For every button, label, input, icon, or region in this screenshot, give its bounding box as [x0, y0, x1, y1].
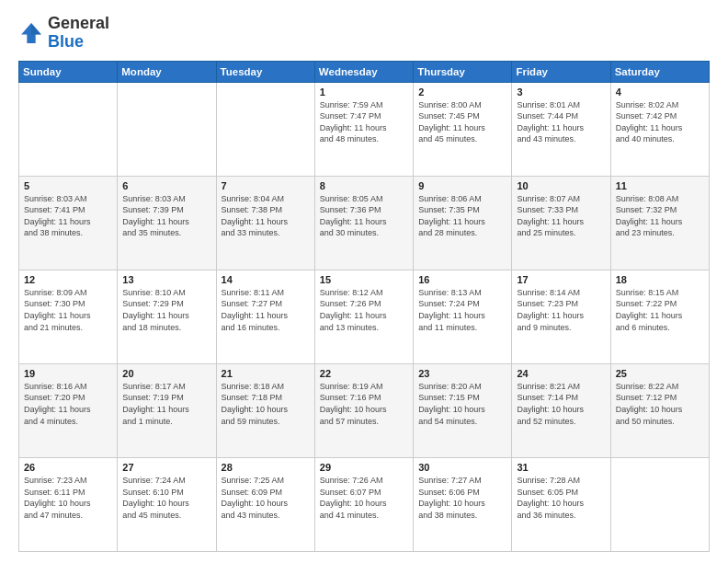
day-number: 29: [320, 462, 408, 473]
day-info: Sunrise: 8:04 AM Sunset: 7:38 PM Dayligh…: [222, 193, 310, 239]
day-number: 2: [418, 86, 506, 98]
day-number: 26: [24, 462, 112, 473]
calendar-cell: 5Sunrise: 8:03 AM Sunset: 7:41 PM Daylig…: [19, 176, 118, 270]
weekday-header-row: SundayMondayTuesdayWednesdayThursdayFrid…: [19, 61, 710, 82]
calendar-cell: 8Sunrise: 8:05 AM Sunset: 7:36 PM Daylig…: [314, 176, 413, 270]
day-number: 21: [222, 368, 310, 379]
calendar-cell: 18Sunrise: 8:15 AM Sunset: 7:22 PM Dayli…: [610, 270, 709, 363]
day-number: 6: [122, 180, 210, 191]
weekday-wednesday: Wednesday: [314, 61, 413, 82]
day-info: Sunrise: 8:00 AM Sunset: 7:45 PM Dayligh…: [418, 99, 506, 145]
weekday-friday: Friday: [512, 61, 610, 82]
weekday-monday: Monday: [118, 61, 216, 82]
calendar-cell: 13Sunrise: 8:10 AM Sunset: 7:29 PM Dayli…: [118, 270, 216, 363]
calendar-cell: 1Sunrise: 7:59 AM Sunset: 7:47 PM Daylig…: [314, 82, 413, 176]
page-header: General Blue: [18, 15, 710, 52]
day-number: 3: [517, 86, 605, 98]
day-info: Sunrise: 7:27 AM Sunset: 6:06 PM Dayligh…: [418, 475, 506, 521]
day-info: Sunrise: 8:08 AM Sunset: 7:32 PM Dayligh…: [616, 193, 704, 239]
day-number: 11: [616, 180, 704, 191]
calendar-table: SundayMondayTuesdayWednesdayThursdayFrid…: [18, 61, 710, 552]
day-number: 12: [24, 274, 112, 285]
day-number: 25: [616, 368, 704, 379]
day-number: 4: [616, 86, 704, 98]
calendar-cell: 14Sunrise: 8:11 AM Sunset: 7:27 PM Dayli…: [216, 270, 314, 363]
weekday-tuesday: Tuesday: [216, 61, 314, 82]
calendar-cell: 31Sunrise: 7:28 AM Sunset: 6:05 PM Dayli…: [512, 457, 610, 551]
calendar-cell: 29Sunrise: 7:26 AM Sunset: 6:07 PM Dayli…: [314, 457, 413, 551]
calendar-cell: 3Sunrise: 8:01 AM Sunset: 7:44 PM Daylig…: [512, 82, 610, 176]
calendar-cell: 10Sunrise: 8:07 AM Sunset: 7:33 PM Dayli…: [512, 176, 610, 270]
calendar-cell: 20Sunrise: 8:17 AM Sunset: 7:19 PM Dayli…: [118, 363, 216, 457]
day-number: 17: [517, 274, 605, 285]
day-info: Sunrise: 8:16 AM Sunset: 7:20 PM Dayligh…: [24, 381, 112, 427]
weekday-sunday: Sunday: [19, 61, 118, 82]
day-info: Sunrise: 8:15 AM Sunset: 7:22 PM Dayligh…: [616, 287, 704, 333]
day-number: 7: [222, 180, 310, 191]
day-info: Sunrise: 8:01 AM Sunset: 7:44 PM Dayligh…: [517, 99, 605, 145]
day-info: Sunrise: 8:11 AM Sunset: 7:27 PM Dayligh…: [222, 287, 310, 333]
day-info: Sunrise: 7:25 AM Sunset: 6:09 PM Dayligh…: [222, 475, 310, 521]
calendar-cell: 16Sunrise: 8:13 AM Sunset: 7:24 PM Dayli…: [414, 270, 512, 363]
day-info: Sunrise: 8:19 AM Sunset: 7:16 PM Dayligh…: [320, 381, 408, 427]
day-info: Sunrise: 8:20 AM Sunset: 7:15 PM Dayligh…: [418, 381, 506, 427]
day-number: 9: [418, 180, 506, 191]
day-info: Sunrise: 8:03 AM Sunset: 7:39 PM Dayligh…: [122, 193, 210, 239]
day-info: Sunrise: 8:10 AM Sunset: 7:29 PM Dayligh…: [122, 287, 210, 333]
logo: General Blue: [18, 15, 109, 52]
day-info: Sunrise: 7:23 AM Sunset: 6:11 PM Dayligh…: [24, 475, 112, 521]
day-info: Sunrise: 8:05 AM Sunset: 7:36 PM Dayligh…: [320, 193, 408, 239]
day-number: 13: [122, 274, 210, 285]
calendar-cell: 2Sunrise: 8:00 AM Sunset: 7:45 PM Daylig…: [414, 82, 512, 176]
calendar-cell: 24Sunrise: 8:21 AM Sunset: 7:14 PM Dayli…: [512, 363, 610, 457]
day-number: 8: [320, 180, 408, 191]
calendar-cell: 11Sunrise: 8:08 AM Sunset: 7:32 PM Dayli…: [610, 176, 709, 270]
day-number: 20: [122, 368, 210, 379]
calendar-cell: 19Sunrise: 8:16 AM Sunset: 7:20 PM Dayli…: [19, 363, 118, 457]
calendar-cell: [610, 457, 709, 551]
day-info: Sunrise: 7:24 AM Sunset: 6:10 PM Dayligh…: [122, 475, 210, 521]
day-info: Sunrise: 8:07 AM Sunset: 7:33 PM Dayligh…: [517, 193, 605, 239]
day-number: 5: [24, 180, 112, 191]
day-info: Sunrise: 8:02 AM Sunset: 7:42 PM Dayligh…: [616, 99, 704, 145]
calendar-week-3: 19Sunrise: 8:16 AM Sunset: 7:20 PM Dayli…: [19, 363, 710, 457]
day-info: Sunrise: 8:12 AM Sunset: 7:26 PM Dayligh…: [320, 287, 408, 333]
day-number: 16: [418, 274, 506, 285]
logo-general-text: General: [48, 14, 109, 32]
calendar-week-0: 1Sunrise: 7:59 AM Sunset: 7:47 PM Daylig…: [19, 82, 710, 176]
day-number: 18: [616, 274, 704, 285]
calendar-cell: 30Sunrise: 7:27 AM Sunset: 6:06 PM Dayli…: [414, 457, 512, 551]
weekday-thursday: Thursday: [414, 61, 512, 82]
calendar-cell: 9Sunrise: 8:06 AM Sunset: 7:35 PM Daylig…: [414, 176, 512, 270]
calendar-cell: [118, 82, 216, 176]
calendar-cell: 22Sunrise: 8:19 AM Sunset: 7:16 PM Dayli…: [314, 363, 413, 457]
calendar-cell: [19, 82, 118, 176]
day-number: 22: [320, 368, 408, 379]
day-number: 14: [222, 274, 310, 285]
calendar-cell: 4Sunrise: 8:02 AM Sunset: 7:42 PM Daylig…: [610, 82, 709, 176]
day-info: Sunrise: 8:14 AM Sunset: 7:23 PM Dayligh…: [517, 287, 605, 333]
day-info: Sunrise: 8:17 AM Sunset: 7:19 PM Dayligh…: [122, 381, 210, 427]
day-number: 10: [517, 180, 605, 191]
day-info: Sunrise: 8:03 AM Sunset: 7:41 PM Dayligh…: [24, 193, 112, 239]
calendar-cell: 15Sunrise: 8:12 AM Sunset: 7:26 PM Dayli…: [314, 270, 413, 363]
calendar-cell: 23Sunrise: 8:20 AM Sunset: 7:15 PM Dayli…: [414, 363, 512, 457]
logo-icon: [18, 20, 44, 46]
day-info: Sunrise: 7:26 AM Sunset: 6:07 PM Dayligh…: [320, 475, 408, 521]
calendar-week-4: 26Sunrise: 7:23 AM Sunset: 6:11 PM Dayli…: [19, 457, 710, 551]
day-number: 28: [222, 462, 310, 473]
calendar-week-1: 5Sunrise: 8:03 AM Sunset: 7:41 PM Daylig…: [19, 176, 710, 270]
calendar-cell: 12Sunrise: 8:09 AM Sunset: 7:30 PM Dayli…: [19, 270, 118, 363]
day-info: Sunrise: 8:21 AM Sunset: 7:14 PM Dayligh…: [517, 381, 605, 427]
day-number: 15: [320, 274, 408, 285]
day-number: 19: [24, 368, 112, 379]
logo-blue-text: Blue: [48, 32, 84, 51]
weekday-saturday: Saturday: [610, 61, 709, 82]
calendar-week-2: 12Sunrise: 8:09 AM Sunset: 7:30 PM Dayli…: [19, 270, 710, 363]
day-number: 23: [418, 368, 506, 379]
calendar-cell: 25Sunrise: 8:22 AM Sunset: 7:12 PM Dayli…: [610, 363, 709, 457]
day-number: 27: [122, 462, 210, 473]
day-info: Sunrise: 8:06 AM Sunset: 7:35 PM Dayligh…: [418, 193, 506, 239]
calendar-cell: 17Sunrise: 8:14 AM Sunset: 7:23 PM Dayli…: [512, 270, 610, 363]
calendar-cell: 21Sunrise: 8:18 AM Sunset: 7:18 PM Dayli…: [216, 363, 314, 457]
